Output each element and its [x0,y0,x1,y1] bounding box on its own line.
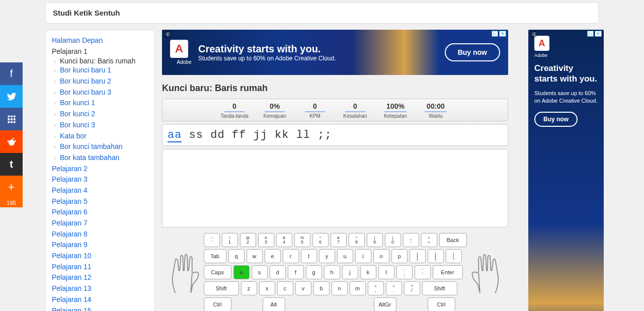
ad-choices-icon[interactable]: ▷ [492,31,498,37]
key: #3 [258,233,274,247]
nav-current-lesson: Pelajaran 1 [52,46,148,57]
sidebar-lesson-link[interactable]: Pelajaran 13 [52,283,148,294]
key: o [373,249,389,263]
stat-value: 0% [265,102,285,112]
key-enter: Enter [433,265,463,279]
sidebar-sub-item[interactable]: Bor kunci 3 [52,120,148,131]
key: b [313,281,330,295]
sidebar-sub-item[interactable]: Bor kunci baru 2 [52,76,148,87]
key: |\ [446,249,462,263]
ad-right[interactable]: ▷ ✕ 🛈 A Adobe Creativity starts with you… [528,30,604,311]
ad-close-icon[interactable]: ✕ [595,31,602,37]
ad-top[interactable]: 🛈 ▷ ✕ A Adobe Creativity starts with you… [162,30,508,75]
key: x [259,281,275,295]
stat-item: 0KPM [297,102,333,119]
key: >. [386,281,402,295]
adobe-brand: Adobe [534,53,598,58]
share-reddit[interactable] [0,130,23,153]
sidebar-sub-item[interactable]: Bor kunci baru 1 [52,65,148,76]
sidebar-sub-item[interactable]: Kata bor [52,131,148,142]
stat-item: 0%Kemajuan [257,102,292,119]
key: !1 [222,233,238,247]
share-more[interactable]: + [0,176,23,198]
stat-label: Waktu [418,113,453,119]
sidebar-lesson-link[interactable]: Pelajaran 4 [52,185,148,196]
sidebar-lesson-link[interactable]: Pelajaran 5 [52,196,148,207]
share-tumblr[interactable]: t [0,153,23,176]
key: ?/ [404,281,420,295]
key: ^6 [312,233,329,247]
main-content: 🛈 ▷ ✕ A Adobe Creativity starts with you… [162,30,514,311]
sidebar-lesson-link[interactable]: Pelajaran 12 [52,272,148,283]
key: }] [428,249,444,263]
key: e [265,249,281,263]
key-tab: Tab [204,249,226,263]
sidebar-lesson-link[interactable]: Pelajaran 11 [52,262,148,273]
sidebar-lesson-link[interactable]: Pelajaran 3 [52,174,148,185]
sidebar-sub-item[interactable]: Bor kunci 1 [52,98,148,109]
share-twitter[interactable] [0,85,23,108]
stat-item: 0Kesalahan [338,102,373,119]
svg-point-10 [14,140,16,141]
key: %5 [294,233,310,247]
key-a: a [233,265,250,279]
sidebar-lesson-link[interactable]: Pelajaran 14 [52,294,148,305]
typing-target: aa ss dd ff jj kk ll ;; [162,124,508,146]
page-title: Studi Ketik Sentuh [53,9,120,17]
ad-cta-button[interactable]: Buy now [445,43,500,61]
share-count: 195 [0,198,23,207]
ad-subline: Students save up to 60% on Adobe Creativ… [534,90,598,105]
svg-rect-1 [11,115,13,117]
key-alt: Alt [263,297,285,311]
sidebar-lesson-link[interactable]: Pelajaran 9 [52,240,148,251]
ad-close-icon[interactable]: ✕ [499,31,506,37]
key-j: j [342,265,358,279]
lesson-title: Kunci baru: Baris rumah [162,83,514,94]
sidebar-lesson-link[interactable]: Pelajaran 7 [52,218,148,229]
key: "' [415,265,431,279]
share-grid[interactable] [0,108,23,130]
sidebar-sub-item[interactable]: Bor kata tambahan [52,152,148,164]
share-facebook[interactable]: f [0,62,23,85]
ad-info-icon[interactable]: 🛈 [164,31,171,38]
svg-rect-8 [13,121,15,123]
key: $4 [276,233,292,247]
stat-value: 00:00 [425,102,447,112]
stat-label: Kesalahan [338,113,373,119]
key: m [350,281,366,295]
stat-item: 0Tanda-tanda [217,102,252,119]
stat-item: 100%Ketepatan [378,102,413,119]
stat-item: 00:00Waktu [418,102,453,119]
sidebar-lesson-link[interactable]: Pelajaran 15 [52,305,148,312]
key: t [301,249,317,263]
key: i [355,249,371,263]
ad-cta-button[interactable]: Buy now [534,112,578,127]
ad-choices-icon[interactable]: ▷ [587,31,594,37]
key-s: s [252,265,268,279]
ad-info-icon[interactable]: 🛈 [530,31,537,38]
typing-input[interactable] [162,149,508,227]
sidebar-lesson-link[interactable]: Pelajaran 2 [52,164,148,175]
key-h: h [324,265,340,279]
typing-rest: ss dd ff jj kk ll ;; [182,129,332,141]
key-d: d [270,265,286,279]
sidebar-lesson-link[interactable]: Pelajaran 8 [52,229,148,240]
key: y [319,249,335,263]
keyboard-area: ~`!1@2#3$4%5^6&7*8(9)0_-+=BackTabqwertyu… [162,233,508,311]
svg-point-9 [9,139,15,145]
key: *8 [349,233,365,247]
sidebar-sub-item[interactable]: Bor kunci tambahan [52,141,148,152]
key-k: k [360,265,376,279]
stat-label: Kemajuan [257,113,292,119]
sidebar-lesson-link[interactable]: Pelajaran 6 [52,207,148,218]
sidebar-sub-item[interactable]: Bor kunci 2 [52,109,148,120]
sidebar-sub-item[interactable]: Bor kunci baru 3 [52,87,148,98]
nav-home[interactable]: Halaman Depan [52,35,148,46]
grid-icon [7,115,16,124]
sidebar-lesson-link[interactable]: Pelajaran 10 [52,251,148,262]
key-altgr: AltGr [374,297,396,311]
svg-rect-0 [8,115,10,117]
key: r [283,249,299,263]
svg-rect-4 [11,118,13,120]
key: += [421,233,437,247]
